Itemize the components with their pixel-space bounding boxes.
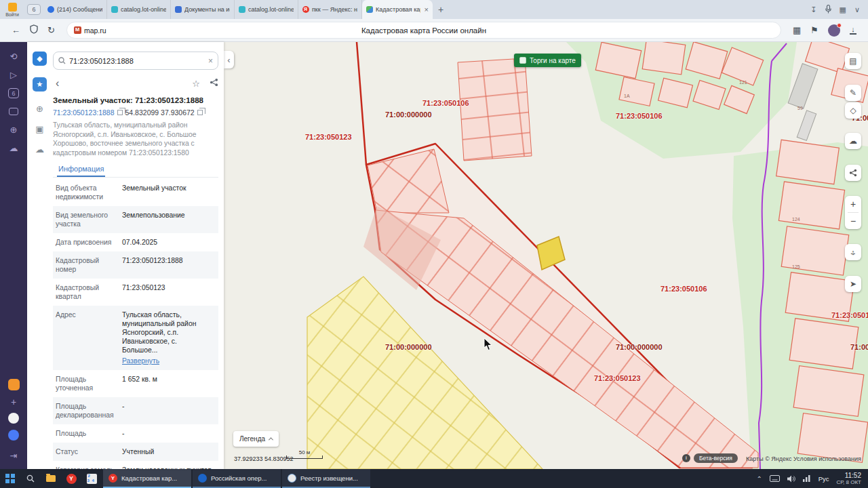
boards-icon[interactable]: ▦	[840, 5, 846, 14]
collapse-strip-icon[interactable]: ∨	[854, 5, 860, 14]
taskbar-app-cadastral[interactable]: Y Кадастровая кар...	[103, 469, 191, 488]
site-chip[interactable]: map.ru	[74, 26, 106, 35]
share-icon[interactable]	[210, 77, 218, 89]
copy-icon[interactable]	[117, 110, 123, 115]
protect-shield-icon[interactable]	[30, 24, 38, 36]
cadastral-number-link[interactable]: 71:23:050123:1888	[53, 108, 115, 117]
pan-tool-button[interactable]: ↔↕	[845, 244, 861, 260]
screenshot-icon: 234	[87, 474, 97, 484]
panel-back-button[interactable]: ‹	[56, 79, 59, 88]
expand-address-link[interactable]: Развернуть	[122, 357, 214, 365]
tiles-icon[interactable]: ▦	[793, 25, 801, 35]
tab-lot-online-1[interactable]: catalog.lot-online.ru/inde	[107, 0, 171, 19]
search-icon	[26, 474, 35, 483]
refresh-button[interactable]: ↻	[47, 25, 55, 35]
network-icon[interactable]	[803, 475, 811, 482]
alice-icon[interactable]	[8, 379, 20, 390]
search-box[interactable]: ×	[53, 52, 218, 70]
video-icon[interactable]: ▷	[0, 66, 27, 84]
cloud-icon[interactable]: ☁	[0, 139, 27, 157]
row-value: Землепользование	[122, 211, 214, 228]
app-circle-blue-icon[interactable]	[8, 430, 19, 441]
cloud-panel-button[interactable]: ☁	[33, 142, 47, 157]
file-explorer-button[interactable]	[41, 469, 61, 488]
favorites-button[interactable]: ★	[33, 77, 47, 92]
omnibox[interactable]: map.ru Кадастровая карта России онлайн	[66, 22, 781, 39]
tab-close-icon[interactable]: ×	[423, 5, 429, 14]
sidebar-counter-badge[interactable]: 6	[27, 4, 41, 15]
taskbar-app-registry[interactable]: Реестр извещени...	[282, 469, 370, 488]
mic-icon[interactable]	[825, 5, 831, 15]
share-map-button[interactable]	[845, 165, 861, 181]
clear-search-icon[interactable]: ×	[208, 56, 213, 66]
yandex-browser-button[interactable]: Y	[61, 469, 81, 488]
start-button[interactable]	[0, 469, 20, 488]
torgi-checkbox[interactable]	[519, 57, 526, 64]
bookmark-flag-icon[interactable]: ⚑	[810, 25, 818, 35]
copy-icon[interactable]	[197, 110, 203, 115]
browser-avatar[interactable]	[828, 24, 840, 37]
table-row: Кадастровый квартал71:23:050123	[53, 279, 218, 306]
tab-documents[interactable]: Документы на исполнен	[171, 0, 235, 19]
app-label: Кадастровая кар...	[121, 474, 186, 482]
keyboard-icon[interactable]	[770, 475, 780, 482]
screenshot-tool-button[interactable]: 234	[81, 469, 102, 488]
terms-link[interactable]: Условия использования	[793, 455, 861, 462]
scale-bar: 50 м	[286, 449, 323, 459]
print-cloud-button[interactable]: ☁	[845, 133, 861, 149]
taskbar-search-button[interactable]	[20, 469, 41, 488]
map-area[interactable]: 71:23:050106 71:00:000000 71:23:050123 7…	[224, 42, 868, 469]
browser-tab-strip: Войти 6 (214) Сообщение catalog.lot-onli…	[0, 0, 868, 19]
panel-collapse-button[interactable]: ‹	[224, 51, 234, 68]
history-icon[interactable]: ⟲	[0, 47, 27, 66]
chevron-up-icon	[269, 437, 273, 442]
downloads-tray-icon[interactable]: ↧	[810, 5, 816, 14]
info-icon[interactable]: i	[682, 454, 690, 462]
legend-button[interactable]: Легенда	[233, 431, 279, 447]
favorite-star-icon[interactable]: ☆	[192, 79, 200, 89]
cadastral-map-canvas[interactable]	[224, 42, 868, 469]
zoom-out-button[interactable]: −	[845, 213, 861, 229]
download-arrow: ↓	[851, 26, 855, 33]
tab-lot-online-2[interactable]: catalog.lot-online.ru/inde	[235, 0, 298, 19]
row-label: Дата присвоения	[56, 238, 117, 247]
tab-cadastral-map-active[interactable]: Кадастровая карта Рос ×	[362, 0, 433, 19]
taskbar-app-operator[interactable]: Российская опер...	[193, 469, 281, 488]
cadastral-map-favicon	[366, 6, 373, 13]
pan-arrows-icon: ↔↕	[848, 247, 858, 257]
zoom-in-button[interactable]: +	[845, 196, 861, 212]
tray-expand-icon[interactable]: ⌃	[756, 475, 762, 483]
taskbar-clock[interactable]: 11:52 СР, 8 ОКТ	[837, 472, 862, 486]
app-circle-white-icon[interactable]	[8, 413, 19, 424]
target-icon[interactable]: ⊕	[0, 121, 27, 139]
search-input[interactable]	[69, 57, 205, 65]
measure-target-button[interactable]: ⊕	[33, 102, 47, 116]
layers-panel-button[interactable]: ▣	[33, 122, 47, 136]
tab-information[interactable]: Информация	[57, 161, 105, 177]
volume-icon[interactable]	[787, 475, 795, 483]
language-indicator[interactable]: Рус	[818, 475, 829, 483]
measure-tool-button[interactable]: ✎	[845, 85, 861, 101]
tab-label: catalog.lot-online.ru/inde	[121, 6, 166, 13]
table-row: Дата присвоения07.04.2025	[53, 233, 218, 251]
draw-polygon-button[interactable]: ◇	[845, 102, 861, 119]
tab-label: (214) Сообщение	[57, 6, 102, 13]
row-value: 1 652 кв. м	[122, 375, 214, 392]
app-logo[interactable]: ◆	[33, 52, 47, 66]
back-button[interactable]: ←	[12, 25, 20, 35]
lot-online-favicon	[239, 6, 245, 13]
downloads-icon[interactable]: ↓	[850, 26, 856, 35]
my-location-button[interactable]: ➤	[845, 276, 861, 292]
torgi-toggle-button[interactable]: Торги на карте	[514, 54, 581, 67]
new-tab-button[interactable]: +	[433, 0, 449, 19]
browser-profile-button[interactable]: Войти	[0, 0, 24, 19]
tab-label: catalog.lot-online.ru/inde	[248, 6, 294, 13]
add-panel-icon[interactable]: +	[11, 396, 16, 407]
tab-mail[interactable]: (214) Сообщение	[43, 0, 107, 19]
layers-tool-button[interactable]: ▤	[845, 53, 861, 69]
chat-icon[interactable]	[0, 102, 27, 121]
map-copyright: Карты © Яндекс	[746, 455, 792, 462]
counter-badge[interactable]: 6	[0, 84, 27, 102]
tab-yandex-search[interactable]: пкк — Яндекс: нашлось	[298, 0, 362, 19]
collapse-sidebar-icon[interactable]: ⇥	[0, 447, 27, 465]
